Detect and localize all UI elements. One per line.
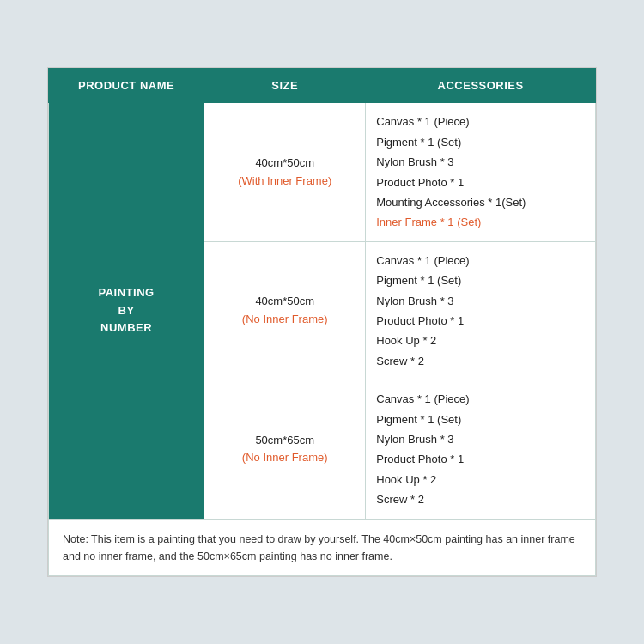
accessories-item: Mounting Accessories * 1(Set): [376, 196, 526, 209]
accessories-item: Hook Up * 2: [376, 473, 436, 486]
table-header-row: PRODUCT NAME SIZE ACCESSORIES: [49, 69, 596, 103]
header-product-name: PRODUCT NAME: [49, 69, 204, 103]
accessories-item: Pigment * 1 (Set): [376, 413, 461, 426]
size-frame-label: (With Inner Frame): [238, 174, 331, 187]
accessories-item: Hook Up * 2: [376, 334, 436, 347]
accessories-cell: Canvas * 1 (Piece)Pigment * 1 (Set)Nylon…: [366, 380, 596, 519]
accessories-cell: Canvas * 1 (Piece)Pigment * 1 (Set)Nylon…: [366, 103, 596, 241]
accessories-cell: Canvas * 1 (Piece)Pigment * 1 (Set)Nylon…: [366, 241, 596, 380]
accessories-item: Nylon Brush * 3: [376, 155, 453, 168]
accessories-item: Canvas * 1 (Piece): [376, 115, 469, 128]
product-table: PRODUCT NAME SIZE ACCESSORIES PAINTINGBY…: [48, 68, 596, 575]
accessories-item: Screw * 2: [376, 355, 424, 368]
accessories-item: Canvas * 1 (Piece): [376, 392, 469, 405]
accessories-item: Nylon Brush * 3: [376, 295, 453, 307]
size-cell: 40cm*50cm(No Inner Frame): [204, 241, 366, 380]
size-cell: 50cm*65cm(No Inner Frame): [204, 380, 366, 519]
header-size: SIZE: [204, 69, 366, 103]
size-cell: 40cm*50cm(With Inner Frame): [204, 103, 366, 241]
size-frame-label: (No Inner Frame): [242, 451, 328, 464]
accessories-item-red: Inner Frame * 1 (Set): [376, 216, 481, 228]
note-cell: Note: This item is a painting that you n…: [49, 519, 596, 576]
accessories-item: Canvas * 1 (Piece): [376, 254, 469, 267]
accessories-item: Product Photo * 1: [376, 314, 464, 327]
table-row: PAINTINGBYNUMBER40cm*50cm(With Inner Fra…: [49, 103, 596, 241]
accessories-item: Pigment * 1 (Set): [376, 274, 461, 287]
product-name-cell: PAINTINGBYNUMBER: [49, 103, 204, 519]
size-frame-label: (No Inner Frame): [242, 313, 328, 325]
accessories-item: Product Photo * 1: [376, 176, 464, 189]
accessories-item: Product Photo * 1: [376, 453, 464, 465]
note-row: Note: This item is a painting that you n…: [49, 519, 596, 576]
accessories-item: Nylon Brush * 3: [376, 433, 453, 446]
accessories-item: Pigment * 1 (Set): [376, 136, 461, 149]
product-table-container: PRODUCT NAME SIZE ACCESSORIES PAINTINGBY…: [47, 67, 597, 576]
header-accessories: ACCESSORIES: [366, 69, 596, 103]
accessories-item: Screw * 2: [376, 493, 424, 506]
